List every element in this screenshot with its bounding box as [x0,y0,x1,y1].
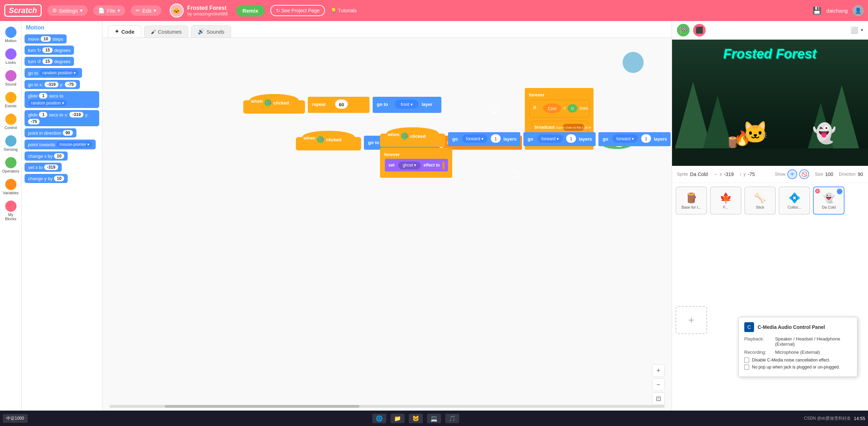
direction-value: 90 [857,171,863,177]
show-visible-button[interactable]: 👁 [787,169,797,179]
sidebar-item-operators[interactable]: Operators [1,155,21,175]
sprite-card-collisi[interactable]: 💠 Collisi... [779,187,810,215]
playback-label: Playback: [744,336,772,347]
block-go-to[interactable]: go to random position ▾ [25,68,82,78]
cmedia-playback-row: Playback: Speaker / Headset / Headphone … [744,336,852,347]
hat-block-3[interactable]: when 🏁 clicked [379,127,446,147]
add-sprite-button[interactable]: + [676,306,707,334]
x-label: x [720,172,722,177]
block-go-forward-3[interactable]: go forward ▾ 1 layers [598,131,671,147]
block-set-x[interactable]: set x to -319 [25,163,62,172]
taskbar-browser[interactable]: 🌐 [372,414,386,423]
canvas-scrollbar[interactable] [109,405,665,408]
log-sprite: 🪵 [726,136,739,148]
remix-button[interactable]: Remix [236,5,265,16]
taskbar-clock: 14:55 [854,416,865,421]
tab-sounds[interactable]: 🔊 Sounds [191,25,231,38]
block-turn-ccw[interactable]: turn ↺ 15 degrees [25,57,74,66]
file-button[interactable]: 📄 File ▾ [93,5,125,16]
block-forever-ghost[interactable]: forever set ghost ▾ effect to [379,147,453,178]
sidebar-item-events[interactable]: Events [1,90,21,110]
sprite-card-stick[interactable]: 🦴 Stick [744,187,776,215]
zoom-out-button[interactable]: − [652,378,665,391]
svg-text:clicked: clicked [273,100,289,106]
delete-sprite-button[interactable]: ✕ [815,189,820,194]
see-project-button[interactable]: ↻ See Project Page [270,5,325,16]
stage-canvas: Frosted Forest 🐱 👻 🔥 🪵 [672,40,868,166]
svg-text:when: when [251,99,263,104]
block-glide-to[interactable]: glide 1 secs to random position ▾ [25,91,99,108]
svg-text:then: then [579,106,588,111]
ghost-sprite: 👻 [812,122,836,145]
taskbar-item-1[interactable]: 中证1000 [3,414,28,423]
sidebar-item-control[interactable]: Control [1,111,21,132]
taskbar-scratch[interactable]: 🐱 [409,414,423,423]
sprite-info: Sprite Da Cold ↔ x -319 ↕ y -75 Show 👁 🚫… [672,166,868,183]
zoom-controls: + − ⊡ [652,364,665,405]
cmedia-checkbox-2-row: No pop up when jack is plugged or un-plu… [744,365,852,370]
user-avatar[interactable]: 👤 [853,5,864,16]
scratch-logo[interactable]: Scratch [4,4,42,17]
sidebar-item-variables[interactable]: Variables [1,177,21,197]
sprite-card-base[interactable]: 🪵 Base for t... [676,187,707,215]
sidebar-item-motion[interactable]: Motion [1,25,21,45]
fullscreen-button[interactable]: ⬜ [850,26,858,34]
size-group: Size 100 [815,171,833,177]
small-stage-button[interactable]: ▪ [861,26,863,34]
tab-code[interactable]: ✦ Code [108,25,141,38]
svg-text:when: when [303,135,315,141]
svg-text:layers: layers [579,136,592,142]
svg-text:1: 1 [645,136,647,141]
stage-controls: 🏁 ⬛ ⬜ ▪ [672,21,868,40]
sidebar-item-my-blocks[interactable]: My Blocks [1,198,21,223]
tutorials-button[interactable]: 💡 Tutorials [331,8,357,13]
stop-button[interactable]: ⬛ [693,24,706,36]
size-label: Size [815,172,823,177]
block-change-y[interactable]: change y by 10 [25,174,68,183]
direction-group: Direction 90 [839,171,863,177]
svg-text:forward ▾: forward ▾ [541,136,558,141]
palette-title: Motion [25,25,99,31]
no-popup-checkbox[interactable] [744,365,749,370]
nav-right: 💾 daichang 👤 [813,5,864,16]
block-change-x[interactable]: change x by 10 [25,151,68,161]
svg-text:1: 1 [495,136,497,141]
taskbar-app2[interactable]: 🎵 [445,414,459,423]
sidebar-item-sensing[interactable]: Sensing [1,133,21,154]
script-canvas: when 🏁 clicked repeat 60 go to [102,38,672,426]
sprite-card-f[interactable]: 🍁 F... [710,187,741,215]
show-hidden-button[interactable]: 🚫 [799,169,809,179]
sprite-indicator [623,52,644,73]
green-flag-button[interactable]: 🏁 [677,24,690,36]
block-glide-to-xy[interactable]: glide 1 secs to x: -319 y: -75 [25,110,99,126]
block-go-to-xy[interactable]: go to x: -319 y: -75 [25,80,80,89]
svg-rect-89 [442,162,445,169]
block-move-steps[interactable]: move 10 steps [25,34,67,43]
taskbar-app1[interactable]: 💻 [427,414,441,423]
sidebar-item-looks[interactable]: Looks [1,46,21,67]
block-palette: Motion move 10 steps turn ↻ 15 degrees t… [22,21,102,426]
settings-button[interactable]: ⚙ Settings ▾ [47,5,88,16]
edit-button[interactable]: ✏ Edit ▾ [131,5,161,16]
show-group: Show 👁 🚫 [775,169,809,179]
block-point-towards[interactable]: point towards mouse-pointer ▾ [25,140,96,149]
svg-text:🏁: 🏁 [403,134,408,139]
tab-costumes[interactable]: 🖌 Costumes [144,26,189,38]
game-title: Frosted Forest [723,47,816,62]
taskbar-folder[interactable]: 📁 [391,414,405,423]
hat-block-2[interactable]: when 🏁 clicked [295,131,362,150]
block-go-forward-1[interactable]: go forward ▾ 1 layers [447,131,521,147]
taskbar-csdn: CSDN @dc爱做雪和好友 [804,415,851,421]
noise-cancellation-checkbox[interactable] [744,358,749,363]
zoom-in-button[interactable]: + [652,364,665,377]
sidebar-item-sound[interactable]: Sound [1,68,21,88]
block-go-forward-2[interactable]: go forward ▾ 1 layers [523,131,596,147]
block-turn-cw[interactable]: turn ↻ 15 degrees [25,46,74,55]
navbar: Scratch ⚙ Settings ▾ 📄 File ▾ ✏ Edit ▾ 🐱… [0,0,868,21]
zoom-fit-button[interactable]: ⊡ [652,392,665,405]
stage-area: 🏁 ⬛ ⬜ ▪ Frosted Forest 🐱 [672,21,868,426]
save-icon[interactable]: 💾 [813,6,821,15]
sprite-card-da-cold[interactable]: 👻 Da Cold ✕ [813,187,845,215]
block-point-direction[interactable]: point in direction 90 [25,128,76,137]
noise-cancellation-label: Disable C-Media noise cancellation effec… [752,358,830,363]
